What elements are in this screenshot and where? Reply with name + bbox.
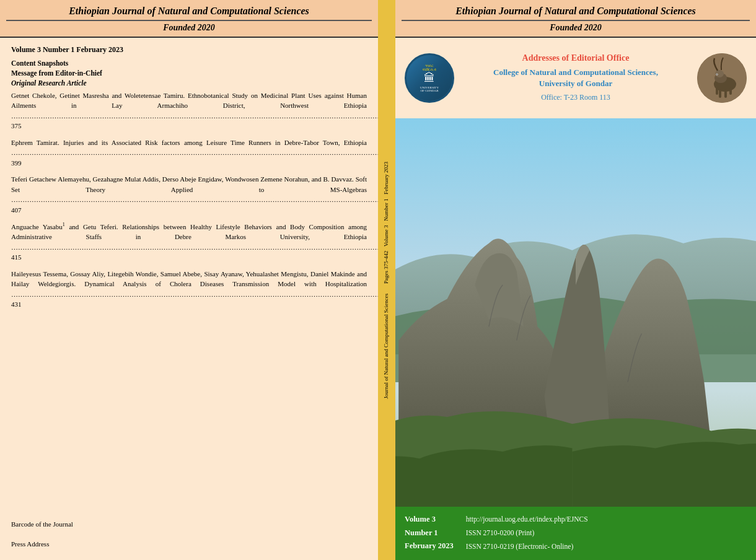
addresses-title: Addresses of Editorial Office xyxy=(460,53,691,63)
message-editor-label: Message from Editor-in-Chief xyxy=(11,69,367,77)
right-founded: Founded 2020 xyxy=(402,23,750,33)
back-cover: Ethiopian Journal of Natural and Computa… xyxy=(0,0,378,560)
press-address-section: Press Address xyxy=(11,540,367,548)
left-journal-title: Ethiopian Journal of Natural and Computa… xyxy=(6,5,372,18)
svg-rect-7 xyxy=(729,87,732,95)
barcode-label: Barcode of the Journal xyxy=(11,520,367,528)
table-row: Getnet Chekole, Getinet Masresha and Wol… xyxy=(11,90,367,131)
office-info: Office: T-23 Room 113 xyxy=(460,93,691,102)
bottom-volume: Volume 3 xyxy=(405,513,454,526)
logo-inner: ጎንደርዩኒቨርሲቲ 🏛 UNIVERSITYOF GONDAR xyxy=(407,55,452,101)
content-snapshots-label: Content Snapshots xyxy=(11,59,367,67)
bottom-links: http://journal.uog.edu.et/index.php/EJNC… xyxy=(466,513,588,554)
mountain-landscape xyxy=(395,118,756,507)
bottom-number: Number 1 xyxy=(405,527,454,540)
university-logo: ጎንደርዩኒቨርሲቲ 🏛 UNIVERSITYOF GONDAR xyxy=(405,53,454,103)
front-cover: Ethiopian Journal of Natural and Computa… xyxy=(395,0,756,560)
table-row: Ephrem Tamirat. Injuries and its Associa… xyxy=(11,138,367,168)
left-founded: Founded 2020 xyxy=(6,23,372,33)
original-research-label: Original Research Article xyxy=(11,79,367,87)
left-header: Ethiopian Journal of Natural and Computa… xyxy=(0,0,378,38)
editorial-section: ጎንደርዩኒቨርሲቲ 🏛 UNIVERSITYOF GONDAR Address… xyxy=(395,38,756,118)
editorial-info: Addresses of Editorial Office College of… xyxy=(460,53,691,102)
logo-amharic-text: ጎንደርዩኒቨርሲቲ xyxy=(423,64,436,72)
bottom-bar: Volume 3 Number 1 February 2023 http://j… xyxy=(395,507,756,560)
animal-photo xyxy=(697,53,747,103)
left-bottom-area: Barcode of the Journal Press Address xyxy=(0,496,378,560)
bottom-date: February 2023 xyxy=(405,540,454,553)
journal-spine: Journal of Natural and Computational Sci… xyxy=(378,0,395,560)
svg-point-9 xyxy=(716,74,718,75)
svg-rect-6 xyxy=(716,87,718,95)
articles-list: Getnet Chekole, Getinet Masresha and Wol… xyxy=(11,90,367,310)
right-journal-title: Ethiopian Journal of Natural and Computa… xyxy=(402,5,750,18)
college-name: College of Natural and Computational Sci… xyxy=(460,67,691,89)
spine-text: Journal of Natural and Computational Sci… xyxy=(383,162,390,399)
svg-rect-4 xyxy=(719,89,721,98)
issn-online: ISSN 2710-0219 (Electronic- Online) xyxy=(466,540,588,554)
volume-info: Volume 3 Number 1 February 2023 xyxy=(11,45,367,55)
svg-rect-5 xyxy=(724,89,727,98)
logo-english-text: UNIVERSITYOF GONDAR xyxy=(420,86,439,92)
table-row: Anguache Yasabu1 and Getu Teferi. Relati… xyxy=(11,221,367,263)
logo-building-icon: 🏛 xyxy=(424,72,435,85)
bottom-volume-info: Volume 3 Number 1 February 2023 xyxy=(405,513,454,553)
right-header: Ethiopian Journal of Natural and Computa… xyxy=(395,0,756,38)
table-row: Haileyesus Tessema, Gossay Aliy, Litegeb… xyxy=(11,269,367,310)
table-row: Teferi Getachew Alemayehu, Gezahagne Mul… xyxy=(11,174,367,215)
issn-print: ISSN 2710-0200 (Print) xyxy=(466,527,588,540)
press-address-label: Press Address xyxy=(11,540,367,548)
barcode-section: Barcode of the Journal xyxy=(11,520,367,528)
left-content-area: Volume 3 Number 1 February 2023 Content … xyxy=(0,38,378,496)
website-url: http://journal.uog.edu.et/index.php/EJNC… xyxy=(466,513,588,527)
